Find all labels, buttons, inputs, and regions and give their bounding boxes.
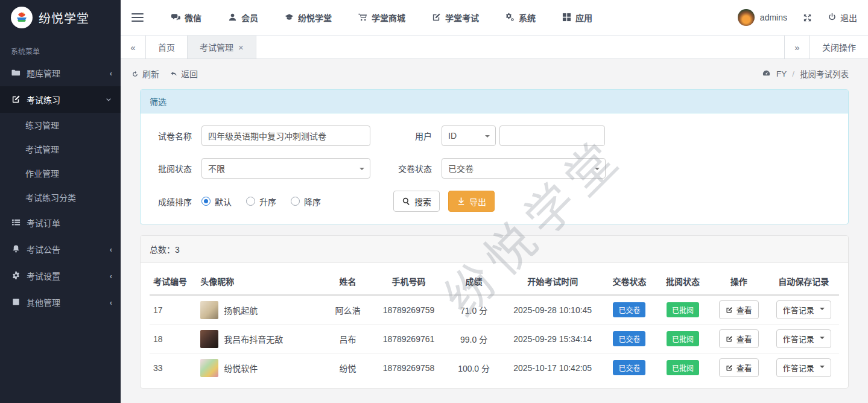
sidebar-section-label: 系统菜单 (0, 35, 121, 60)
sidebar-item-exam-settings[interactable]: 考试设置 ‹ (0, 262, 121, 289)
submit-status-select[interactable]: 已交卷 (442, 158, 606, 179)
power-icon (828, 13, 837, 22)
sidebar-item-homework-mgmt[interactable]: 作业管理 (0, 161, 121, 185)
chevron-left-icon: ‹ (110, 245, 112, 254)
submit-status-badge: 已交卷 (613, 302, 645, 317)
view-button[interactable]: 查看 (719, 358, 759, 377)
start-time: 2025-09-29 15:34:14 (502, 325, 603, 354)
sidebar-item-label: 考试练习 (27, 94, 99, 106)
close-icon[interactable]: × (238, 42, 244, 52)
score: 100.0 分 (445, 354, 502, 382)
gear-icon (11, 271, 21, 281)
toolbar: 刷新 返回 FY / 批阅考试列表 (121, 59, 868, 80)
score-sort-radio-group: 默认 升序 降序 (201, 195, 321, 208)
view-button[interactable]: 查看 (719, 300, 759, 319)
answer-record-dropdown[interactable]: 作答记录 (776, 329, 831, 348)
nav-item-mall[interactable]: 学堂商城 (346, 11, 417, 24)
back-arrow-icon (170, 69, 177, 78)
phone-number: 18789269758 (372, 354, 445, 382)
chevron-left-icon: ‹ (110, 271, 112, 281)
sidebar-item-exam-mgmt[interactable]: 考试管理 (0, 137, 121, 161)
content-area: 纷悦学堂 刷新 返回 FY / 批阅考试列表 筛选 (121, 59, 868, 403)
exam-id: 33 (150, 354, 197, 382)
avatar (200, 330, 218, 348)
radio-ascending[interactable]: 升序 (246, 195, 276, 208)
radio-descending[interactable]: 降序 (291, 195, 321, 208)
avatar (200, 359, 218, 377)
table-row: 18 我吕布抖音无敌 吕布 18789269761 99.0 分 2025-09… (150, 325, 839, 354)
exam-results-table: 考试编号 头像昵称 姓名 手机号码 成绩 开始考试时间 交卷状态 批阅状态 操作… (150, 268, 839, 382)
nav-item-academy[interactable]: 纷悦学堂 (273, 11, 344, 24)
start-time: 2025-09-28 10:10:45 (502, 295, 603, 325)
sidebar-item-exam-practice[interactable]: 考试练习 (0, 86, 121, 113)
nav-item-exams[interactable]: 学堂考试 (420, 11, 491, 24)
exam-id: 18 (150, 325, 197, 354)
answer-record-dropdown[interactable]: 作答记录 (776, 358, 831, 377)
download-arrow-icon (457, 197, 466, 206)
sidebar-item-label: 其他管理 (27, 296, 104, 308)
logout-button[interactable]: 退出 (828, 11, 857, 24)
sidebar-item-label: 考试公告 (27, 243, 104, 255)
export-button[interactable]: 导出 (448, 191, 495, 212)
sidebar-item-exam-orders[interactable]: 考试订单 (0, 209, 121, 236)
score-sort-label: 成绩排序 (150, 195, 192, 208)
review-status-select[interactable]: 不限 (201, 158, 370, 179)
sidebar-item-practice-mgmt[interactable]: 练习管理 (0, 113, 121, 137)
paper-name-input[interactable] (201, 125, 370, 146)
sidebar-item-label: 考试设置 (27, 270, 104, 282)
square-icon (11, 297, 21, 307)
nav-item-apps[interactable]: 应用 (550, 11, 604, 24)
sidebar-submenu-exam-practice: 练习管理 考试管理 作业管理 考试练习分类 (0, 113, 121, 209)
tabs-scroll-right-button[interactable]: » (784, 36, 809, 59)
answer-record-dropdown[interactable]: 作答记录 (776, 300, 831, 319)
list-icon (11, 218, 21, 227)
view-button[interactable]: 查看 (719, 329, 759, 348)
fullscreen-icon[interactable] (803, 13, 812, 22)
submit-status-badge: 已交卷 (613, 360, 645, 375)
user-icon (228, 13, 237, 22)
tab-exam-management[interactable]: 考试管理 × (188, 36, 256, 59)
chevron-down-icon (105, 95, 112, 104)
brand-logo[interactable]: 纷悦学堂 (0, 0, 121, 35)
sidebar-item-exam-notice[interactable]: 考试公告 ‹ (0, 236, 121, 262)
user-field-select[interactable]: ID (442, 125, 496, 146)
caret-down-icon (820, 308, 825, 313)
breadcrumb-home[interactable]: FY (776, 69, 787, 78)
submit-status-label: 交卷状态 (398, 162, 432, 174)
tab-bar: « 首页 考试管理 × » 关闭操作 (121, 35, 868, 59)
back-button[interactable]: 返回 (170, 68, 198, 80)
brand-logo-icon (11, 7, 33, 28)
score: 99.0 分 (445, 325, 502, 354)
table-header-row: 考试编号 头像昵称 姓名 手机号码 成绩 开始考试时间 交卷状态 批阅状态 操作… (150, 268, 839, 295)
user-menu[interactable]: admins (738, 9, 787, 26)
grid-icon (562, 13, 571, 22)
nav-item-wechat[interactable]: 微信 (159, 11, 214, 24)
menu-toggle-icon[interactable] (131, 11, 144, 24)
tab-home[interactable]: 首页 (146, 36, 188, 59)
graduation-cap-icon (285, 13, 294, 22)
sidebar-item-other-mgmt[interactable]: 其他管理 ‹ (0, 289, 121, 316)
sidebar-item-question-bank[interactable]: 题库管理 ‹ (0, 60, 121, 86)
folder-icon (11, 68, 21, 78)
sidebar-item-exam-practice-category[interactable]: 考试练习分类 (0, 185, 121, 209)
edit-icon (432, 13, 441, 22)
search-button[interactable]: 搜索 (393, 191, 440, 212)
nickname: 我吕布抖音无敌 (224, 333, 283, 345)
nav-item-system[interactable]: 系统 (493, 11, 548, 24)
close-operations-button[interactable]: 关闭操作 (809, 36, 868, 59)
main-area: 微信 会员 纷悦学堂 学堂商城 学堂考试 系统 应用 a (121, 0, 868, 403)
paper-name-label: 试卷名称 (150, 130, 192, 142)
nav-item-members[interactable]: 会员 (216, 11, 270, 24)
avatar (738, 9, 755, 26)
sidebar-item-label: 题库管理 (27, 67, 104, 79)
nickname: 扬帆起航 (224, 304, 258, 316)
score: 71.0 分 (445, 295, 502, 325)
tabs-scroll-left-button[interactable]: « (121, 36, 146, 59)
table-row: 17 扬帆起航 阿么浩 18789269759 71.0 分 2025-09-2… (150, 295, 839, 325)
radio-default[interactable]: 默认 (201, 195, 232, 208)
table-row: 33 纷悦软件 纷悦 18789269758 100.0 分 2025-10-1… (150, 354, 839, 382)
refresh-button[interactable]: 刷新 (131, 68, 159, 80)
edit-icon (726, 363, 733, 372)
user-value-input[interactable] (499, 125, 605, 146)
gears-icon (505, 13, 515, 22)
